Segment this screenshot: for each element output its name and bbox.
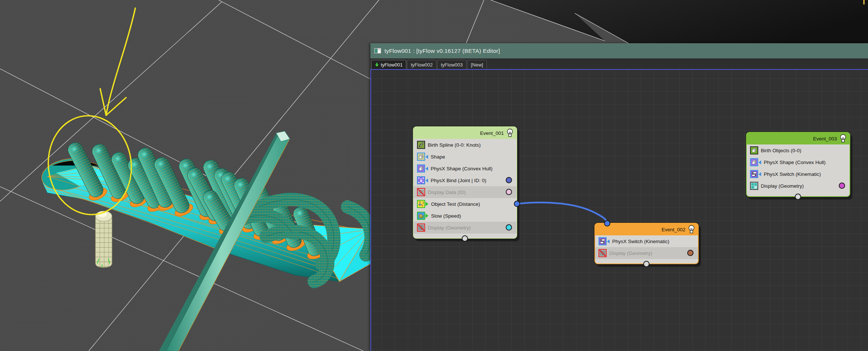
input-arrow-icon [425, 155, 428, 159]
operator-label: PhysX Switch (Kinematic) [764, 171, 821, 177]
display-geo-off-icon [417, 224, 425, 232]
tab-label: tyFlow001 [381, 62, 403, 68]
test-output-arrow-icon [425, 202, 428, 206]
operator-display-data-off[interactable]: Display Data (ID) [414, 186, 516, 198]
event-enable-bulb-icon[interactable] [839, 134, 847, 143]
editor-title: tyFlow001 : [tyFlow v0.16127 (BETA) Edit… [384, 48, 500, 54]
operator-physx-switch[interactable]: PhysX Switch (Kinematic) [595, 235, 698, 247]
tab-label: tyFlow003 [441, 62, 463, 68]
operator-gizmo-port[interactable] [687, 250, 694, 256]
test-output-port[interactable] [514, 201, 520, 207]
operator-display-geo-off[interactable]: Display (Geometry) [414, 222, 516, 234]
operator-label: Display (Geometry) [428, 225, 471, 231]
tab-label: [New] [471, 62, 483, 68]
event-output-port[interactable] [795, 194, 801, 200]
physx-switch-icon [750, 170, 758, 178]
event-header[interactable]: Event_003 [747, 133, 850, 144]
birth-objects-icon [750, 146, 758, 154]
operator-birth-spline[interactable]: Birth Spline (0-0: Knots) [414, 139, 516, 151]
editor-titlebar[interactable]: tyFlow001 : [tyFlow v0.16127 (BETA) Edit… [370, 43, 868, 58]
tab-tyflow002[interactable]: tyFlow002 [407, 60, 436, 69]
tab-new-flow[interactable]: [New] [467, 60, 487, 69]
model-cylinder[interactable] [95, 211, 112, 267]
event-output-port[interactable] [462, 235, 468, 242]
operator-label: Display Data (ID) [428, 190, 466, 195]
input-arrow-icon [759, 172, 761, 176]
tyflow-window-icon [374, 48, 381, 54]
physx-shape-icon [417, 164, 425, 173]
event-output-port[interactable] [643, 261, 650, 267]
operator-slow[interactable]: Slow (Speed) [414, 210, 516, 222]
operator-gizmo-port[interactable] [506, 189, 512, 195]
event-title: Event_003 [813, 136, 837, 142]
operator-label: Shape [431, 154, 445, 160]
event-header[interactable]: Event_001 [414, 127, 516, 139]
physx-shape-icon [750, 158, 758, 166]
operator-birth-objects[interactable]: Birth Objects (0-0) [747, 144, 850, 156]
operator-physx-switch[interactable]: PhysX Switch (Kinematic) [747, 168, 850, 180]
node-editor-canvas[interactable]: Event_001 Birth Spline (0-0: Knots) Shap… [370, 69, 868, 351]
shape-icon [417, 153, 425, 161]
event-node-event_003[interactable]: Event_003 Birth Objects (0-0) PhysX Shap… [746, 132, 850, 197]
operator-object-test[interactable]: Object Test (Distance) [414, 198, 516, 210]
physx-bind-icon [417, 176, 425, 184]
birth-spline-icon [417, 141, 425, 149]
event-enable-bulb-icon[interactable] [688, 225, 695, 234]
operator-label: Birth Spline (0-0: Knots) [428, 142, 481, 148]
operator-label: Birth Objects (0-0) [761, 148, 801, 153]
event-title: Event_002 [661, 227, 685, 232]
operator-gizmo-port[interactable] [506, 177, 512, 183]
operator-shape[interactable]: Shape [414, 151, 516, 163]
event-header[interactable]: Event_002 [595, 224, 698, 235]
event-enable-bulb-icon[interactable] [506, 129, 514, 138]
object-test-icon [417, 200, 425, 208]
event-title: Event_001 [480, 130, 504, 136]
operator-display-geo-off[interactable]: Display (Geometry) [595, 247, 698, 259]
operator-physx-shape[interactable]: PhysX Shape (Convex Hull) [747, 156, 850, 168]
operator-label: Display (Geometry) [609, 251, 652, 256]
operator-gizmo-port[interactable] [839, 183, 845, 189]
operator-label: PhysX Switch (Kinematic) [612, 239, 669, 244]
active-flow-arrow-icon [375, 63, 379, 67]
operator-label: PhysX Shape (Convex Hull) [431, 166, 492, 171]
input-arrow-icon [607, 239, 610, 243]
test-output-arrow-icon [425, 214, 428, 218]
display-geo-teal-icon [750, 182, 758, 190]
tyflow-editor-window: tyFlow001 : [tyFlow v0.16127 (BETA) Edit… [370, 43, 868, 351]
operator-label: Slow (Speed) [431, 213, 461, 219]
screen: tyFlow001 : [tyFlow v0.16127 (BETA) Edit… [0, 0, 868, 351]
input-arrow-icon [425, 178, 428, 183]
display-data-off-icon [417, 188, 425, 196]
physx-switch-icon [599, 237, 607, 245]
event-wire[interactable] [516, 202, 607, 221]
operator-physx-bind[interactable]: PhysX Bind (Joint | ID: 0) [414, 174, 516, 186]
event-node-event_001[interactable]: Event_001 Birth Spline (0-0: Knots) Shap… [413, 126, 517, 239]
event-input-port[interactable] [604, 220, 610, 226]
tab-tyflow003[interactable]: tyFlow003 [437, 60, 467, 69]
tab-tyflow001[interactable]: tyFlow001 [371, 60, 406, 69]
operator-label: Display (Geometry) [761, 183, 804, 189]
flow-tabbar: tyFlow001 tyFlow002 tyFlow003 [New] [370, 58, 868, 69]
operator-physx-shape[interactable]: PhysX Shape (Convex Hull) [414, 163, 516, 174]
input-arrow-icon [759, 160, 761, 164]
tab-label: tyFlow002 [411, 62, 433, 68]
slow-icon [417, 212, 425, 220]
display-geo-off-icon [599, 249, 607, 257]
input-arrow-icon [425, 167, 428, 171]
operator-label: PhysX Bind (Joint | ID: 0) [431, 178, 486, 183]
operator-label: Object Test (Distance) [431, 201, 480, 207]
viewport-active-border [863, 0, 865, 4]
operator-label: PhysX Shape (Convex Hull) [764, 160, 825, 165]
operator-gizmo-port[interactable] [506, 224, 512, 231]
event-node-event_002[interactable]: Event_002 PhysX Switch (Kinematic) Displ… [594, 223, 699, 264]
operator-display-geo-teal[interactable]: Display (Geometry) [747, 180, 850, 192]
